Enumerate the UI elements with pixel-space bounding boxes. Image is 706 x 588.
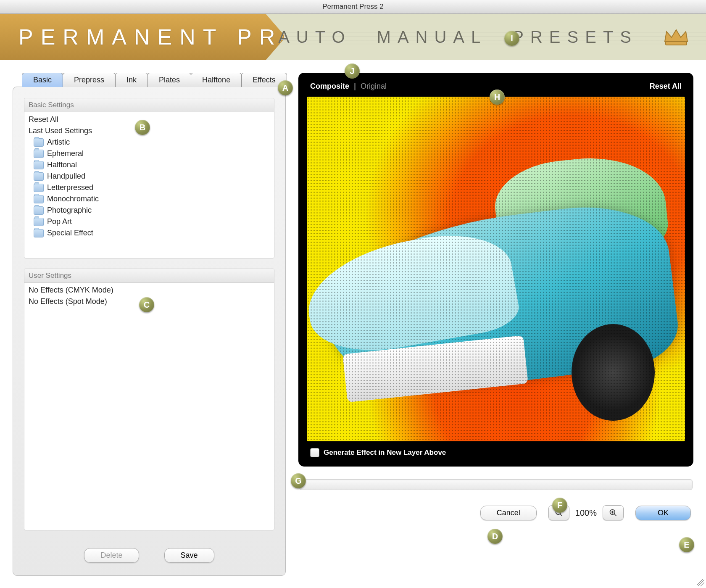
svg-line-2 (560, 514, 562, 516)
generate-layer-label: Generate Effect in New Layer Above (324, 448, 446, 457)
zoom-in-icon (609, 509, 617, 517)
separator: | (351, 82, 358, 90)
list-item-label: Last Used Settings (29, 127, 92, 135)
left-button-row: Delete Save (24, 541, 274, 564)
callout-j: J (345, 63, 360, 79)
nav-manual[interactable]: MANUAL (377, 28, 487, 47)
callout-e: E (679, 537, 694, 552)
titlebar: Permanent Press 2 (0, 0, 706, 14)
folder-icon (34, 229, 44, 237)
list-item[interactable]: Letterpressed (24, 182, 274, 193)
ok-button[interactable]: OK (635, 506, 691, 520)
list-item-label: Artistic (47, 138, 70, 147)
zoom-value: 100% (575, 508, 597, 518)
folder-icon (34, 218, 44, 226)
folder-icon (34, 184, 44, 192)
list-item[interactable]: No Effects (CMYK Mode) (24, 285, 274, 296)
list-item-label: Halftonal (47, 161, 77, 169)
zoom-in-button[interactable] (603, 505, 624, 520)
window-title: Permanent Press 2 (322, 3, 384, 11)
generate-layer-checkbox[interactable] (310, 448, 319, 457)
list-item-label: Pop Art (47, 217, 72, 226)
list-item-label: Handpulled (47, 172, 85, 181)
list-item-label: Reset All (29, 115, 58, 124)
list-item-label: Letterpressed (47, 183, 93, 192)
folder-icon (34, 195, 44, 203)
list-item[interactable]: Handpulled (24, 171, 274, 182)
view-original[interactable]: Original (361, 82, 387, 90)
preview-artwork (307, 97, 685, 441)
callout-d: D (487, 529, 503, 544)
basic-settings-body[interactable]: Reset All Last Used Settings Artistic Ep… (24, 112, 274, 258)
list-item[interactable]: Special Effect (24, 227, 274, 239)
crown-icon[interactable] (663, 27, 689, 47)
tabbar: Basic Prepress Ink Plates Halftone Effec… (22, 73, 286, 87)
folder-icon (34, 206, 44, 215)
nav-auto[interactable]: AUTO (278, 28, 351, 47)
preview-panel: Composite | Original Reset All (298, 73, 693, 467)
callout-g: G (291, 473, 306, 488)
bottom-controls: Cancel 100% OK (298, 505, 693, 520)
tab-basic[interactable]: Basic (22, 73, 63, 87)
brand-wedge: PERMANENT PRESS (0, 14, 286, 60)
plugin-window: Permanent Press 2 PERMANENT PRESS AUTO M… (0, 0, 706, 588)
tab-ink[interactable]: Ink (115, 73, 148, 87)
delete-button[interactable]: Delete (84, 548, 139, 563)
list-item-label: Special Effect (47, 229, 93, 237)
list-item-label: Ephemeral (47, 149, 84, 158)
reset-all-link[interactable]: Reset All (650, 82, 682, 91)
tab-plates[interactable]: Plates (148, 73, 191, 87)
callout-h: H (490, 90, 505, 105)
header-nav: AUTO MANUAL PRESETS (278, 14, 689, 60)
tab-panel: Basic Settings Reset All Last Used Setti… (13, 87, 286, 576)
save-button[interactable]: Save (164, 548, 214, 563)
list-item[interactable]: Pop Art (24, 216, 274, 227)
tab-prepress[interactable]: Prepress (63, 73, 116, 87)
preview-view-switch: Composite | Original (310, 82, 387, 91)
cancel-button[interactable]: Cancel (480, 506, 537, 520)
preview-image[interactable] (307, 97, 685, 441)
basic-settings-header: Basic Settings (24, 98, 274, 112)
user-settings-header: User Settings (24, 269, 274, 283)
list-item-label: No Effects (CMYK Mode) (29, 286, 113, 295)
callout-a: A (278, 80, 293, 95)
svg-line-5 (614, 514, 616, 516)
header-band: PERMANENT PRESS AUTO MANUAL PRESETS I (0, 14, 706, 60)
callout-f: F (552, 498, 567, 513)
nav-presets[interactable]: PRESETS (512, 28, 638, 47)
svg-rect-0 (666, 42, 687, 45)
view-composite[interactable]: Composite (310, 82, 349, 90)
folder-icon (34, 150, 44, 158)
tab-halftone[interactable]: Halftone (191, 73, 242, 87)
right-column: Composite | Original Reset All (298, 73, 693, 576)
callout-b: B (135, 120, 150, 135)
progress-bar (299, 479, 693, 490)
callout-c: C (139, 297, 154, 312)
preview-footer: Generate Effect in New Layer Above (307, 441, 685, 459)
basic-settings-list: Basic Settings Reset All Last Used Setti… (24, 98, 274, 258)
callout-i: I (504, 31, 519, 46)
main-area: Basic Prepress Ink Plates Halftone Effec… (0, 60, 706, 588)
left-column: Basic Prepress Ink Plates Halftone Effec… (13, 73, 286, 576)
resize-grip[interactable] (697, 579, 704, 586)
list-item[interactable]: Artistic (24, 137, 274, 148)
folder-icon (34, 161, 44, 169)
list-item[interactable]: Ephemeral (24, 148, 274, 159)
list-item-label: No Effects (Spot Mode) (29, 297, 107, 306)
list-item-label: Monochromatic (47, 195, 99, 203)
user-settings-body[interactable]: No Effects (CMYK Mode) No Effects (Spot … (24, 283, 274, 530)
list-item-label: Photographic (47, 206, 92, 215)
folder-icon (34, 172, 44, 181)
list-item[interactable]: Photographic (24, 205, 274, 216)
list-item[interactable]: Monochromatic (24, 193, 274, 205)
list-item[interactable]: Halftonal (24, 159, 274, 171)
folder-icon (34, 138, 44, 147)
